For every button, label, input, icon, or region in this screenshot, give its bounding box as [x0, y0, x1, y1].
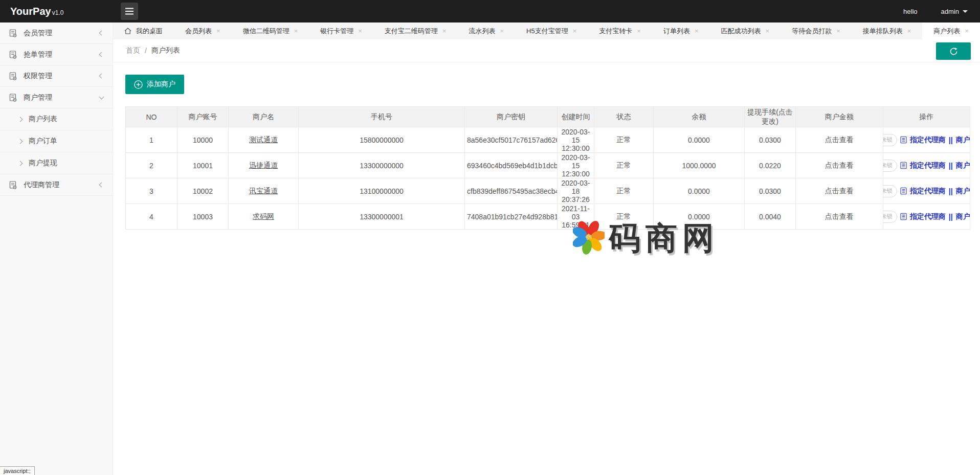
- amount-view-link[interactable]: 点击查看: [825, 212, 854, 220]
- cell-account: 10003: [177, 204, 229, 230]
- chevron-left-icon: [99, 183, 104, 188]
- amount-view-link[interactable]: 点击查看: [825, 135, 854, 144]
- close-icon[interactable]: ×: [358, 27, 362, 35]
- refresh-button[interactable]: [936, 42, 971, 60]
- sidebar-subitem-merchant-orders[interactable]: 商户订单: [0, 130, 113, 152]
- tab-label: 微信二维码管理: [243, 27, 289, 36]
- tab[interactable]: 订单列表 ×: [652, 22, 710, 39]
- merchant-orders-link[interactable]: 商户订单: [956, 161, 970, 170]
- cell-phone: 13300000001: [299, 204, 465, 230]
- sidebar-item-merchant-management[interactable]: 商户管理: [0, 87, 113, 108]
- assign-agent-icon: [900, 136, 907, 144]
- withdraw-fee-link[interactable]: 0.0040: [759, 213, 781, 221]
- cell-balance: 0.0000: [654, 178, 745, 204]
- cell-account: 10001: [177, 153, 229, 178]
- tab[interactable]: 等待会员打款 ×: [781, 22, 852, 39]
- breadcrumb-separator: /: [145, 47, 147, 55]
- username: admin: [941, 8, 959, 15]
- close-icon[interactable]: ×: [294, 27, 298, 35]
- close-icon[interactable]: ×: [216, 27, 220, 35]
- tab[interactable]: 商户列表 ×: [922, 22, 980, 39]
- action-separator: ||: [949, 213, 953, 221]
- lock-toggle-label: 未锁: [883, 162, 893, 169]
- add-merchant-label: 添加商户: [147, 80, 175, 89]
- merchant-name-link[interactable]: 求码网: [253, 212, 274, 220]
- close-icon[interactable]: ×: [573, 27, 577, 35]
- tab[interactable]: 接单排队列表 ×: [852, 22, 923, 39]
- withdraw-fee-link[interactable]: 0.0220: [759, 162, 781, 170]
- actions-cell: 未锁 指定代理商 || 商户订单: [885, 134, 968, 146]
- doc-icon: [9, 181, 17, 189]
- chevron-right-icon: [18, 161, 23, 166]
- cell-balance: 0.0000: [654, 204, 745, 230]
- lock-toggle-label: 未锁: [883, 213, 893, 220]
- sidebar-subitem-merchant-list[interactable]: 商户列表: [0, 108, 113, 130]
- close-icon[interactable]: ×: [766, 27, 770, 35]
- table-row: 1 10000 测试通道 15800000000 8a56e30cf5017c7…: [126, 127, 970, 153]
- assign-agent-link[interactable]: 指定代理商: [910, 135, 946, 145]
- tab[interactable]: H5支付宝管理 ×: [515, 22, 588, 39]
- tab[interactable]: 流水列表 ×: [457, 22, 515, 39]
- merchant-orders-link[interactable]: 商户订单: [956, 135, 970, 145]
- merchant-name-link[interactable]: 迅捷通道: [249, 161, 278, 169]
- breadcrumb-home[interactable]: 首页: [126, 46, 140, 55]
- cell-account: 10000: [177, 127, 229, 153]
- tab[interactable]: 支付宝转卡 ×: [588, 22, 652, 39]
- tab[interactable]: 会员列表 ×: [174, 22, 232, 39]
- lock-toggle[interactable]: 未锁: [883, 185, 897, 197]
- layout: 会员管理 抢单管理 权限管理 商户管理 商户列表: [0, 22, 980, 475]
- user-menu[interactable]: admin: [941, 8, 968, 15]
- sidebar-item-grab-order-management[interactable]: 抢单管理: [0, 44, 113, 65]
- cell-balance: 0.0000: [654, 127, 745, 153]
- tab[interactable]: 我的桌面 ×: [113, 22, 174, 39]
- close-icon[interactable]: ×: [500, 27, 504, 35]
- cell-created: 2020-03-15 12:30:00: [558, 153, 594, 178]
- close-icon[interactable]: ×: [442, 27, 447, 35]
- column-header: 提现手续(点击更改): [745, 107, 796, 127]
- merchant-name-link[interactable]: 讯宝通道: [249, 187, 278, 195]
- close-icon[interactable]: ×: [695, 27, 699, 35]
- amount-view-link[interactable]: 点击查看: [825, 161, 854, 169]
- close-icon[interactable]: ×: [965, 27, 969, 35]
- lock-toggle[interactable]: 未锁: [883, 160, 897, 172]
- merchant-orders-link[interactable]: 商户订单: [956, 212, 970, 221]
- sidebar-item-label: 商户管理: [24, 93, 52, 102]
- amount-view-link[interactable]: 点击查看: [825, 187, 854, 195]
- action-separator: ||: [949, 162, 953, 170]
- tab-label: 订单列表: [663, 27, 690, 36]
- cell-secret: 7408a01b91cb27e4d928b81002a15a79: [465, 204, 558, 230]
- sidebar-item-agent-management[interactable]: 代理商管理: [0, 174, 113, 196]
- sidebar-subitem-merchant-withdraw[interactable]: 商户提现: [0, 152, 113, 174]
- tab-label: 流水列表: [469, 27, 495, 36]
- add-merchant-button[interactable]: 添加商户: [125, 75, 184, 94]
- lock-toggle[interactable]: 未锁: [883, 134, 897, 146]
- app-logo[interactable]: YourPay v1.0: [0, 6, 113, 17]
- tab[interactable]: 支付宝二维码管理 ×: [373, 22, 458, 39]
- doc-icon: [9, 29, 17, 37]
- column-header: 商户名: [229, 107, 299, 127]
- assign-agent-link[interactable]: 指定代理商: [910, 161, 946, 170]
- sidebar-toggle-button[interactable]: [121, 3, 138, 20]
- withdraw-fee-link[interactable]: 0.0300: [759, 136, 781, 144]
- cell-secret: 8a56e30cf5017c76157ad626da98ea11: [465, 127, 558, 153]
- sidebar-item-permission-management[interactable]: 权限管理: [0, 65, 113, 87]
- close-icon[interactable]: ×: [836, 27, 840, 35]
- tab-label: 支付宝转卡: [599, 27, 632, 36]
- merchant-orders-link[interactable]: 商户订单: [956, 187, 970, 196]
- tab[interactable]: 银行卡管理 ×: [309, 22, 373, 39]
- sidebar-item-member-management[interactable]: 会员管理: [0, 22, 113, 44]
- assign-agent-link[interactable]: 指定代理商: [910, 212, 946, 221]
- cell-no: 4: [126, 204, 177, 230]
- cell-secret: cfb839deff8675495ac38ecb406ce385: [465, 178, 558, 204]
- tab[interactable]: 微信二维码管理 ×: [232, 22, 309, 39]
- merchant-name-link[interactable]: 测试通道: [249, 135, 278, 144]
- sidebar: 会员管理 抢单管理 权限管理 商户管理 商户列表: [0, 22, 113, 475]
- close-icon[interactable]: ×: [907, 27, 911, 35]
- chevron-down-icon: [99, 94, 104, 99]
- assign-agent-link[interactable]: 指定代理商: [910, 187, 946, 196]
- cell-status: 正常: [594, 127, 654, 153]
- close-icon[interactable]: ×: [637, 27, 641, 35]
- tab[interactable]: 匹配成功列表 ×: [710, 22, 781, 39]
- lock-toggle[interactable]: 未锁: [883, 211, 897, 223]
- withdraw-fee-link[interactable]: 0.0300: [759, 187, 781, 195]
